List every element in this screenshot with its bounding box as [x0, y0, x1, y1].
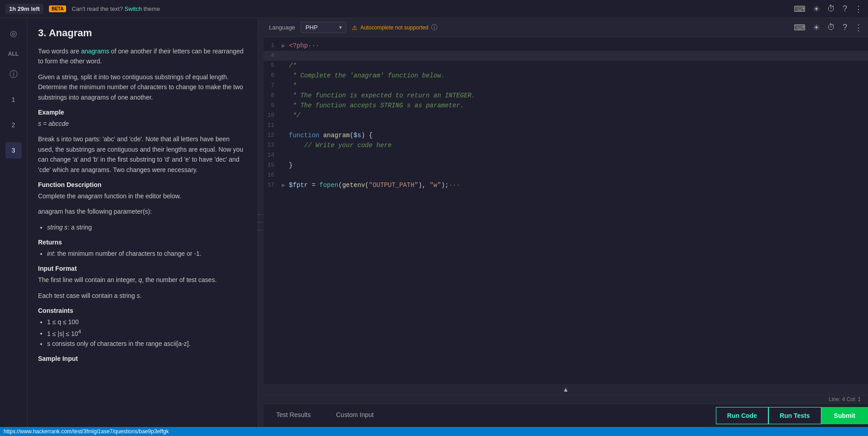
- sidebar-item-1[interactable]: 1: [5, 91, 22, 108]
- line-number-11: 11: [264, 120, 282, 130]
- input-format-2: Each test case will contain a string s.: [38, 291, 247, 301]
- code-line-11: 11: [264, 120, 868, 130]
- code-line-15: 15 }: [264, 160, 868, 170]
- more-menu-icon[interactable]: ⋮: [854, 23, 863, 33]
- language-select-wrapper[interactable]: PHP Python Java C++ JavaScript: [301, 22, 346, 33]
- run-tests-button[interactable]: Run Tests: [768, 407, 821, 424]
- code-line-4: 4: [264, 51, 868, 61]
- constraint-2: 1 ≤ |s| ≤ 104: [47, 327, 247, 339]
- scroll-up-bar: ▲: [264, 384, 868, 395]
- beta-badge: BETA: [49, 5, 66, 12]
- constraint-3: s consists only of characters in the ran…: [47, 339, 247, 349]
- sidebar-info-icon[interactable]: ⓘ: [5, 66, 22, 82]
- line-content-8: * The function is expected to return an …: [289, 91, 868, 101]
- problem-description: Two words are anagrams of one another if…: [38, 46, 247, 67]
- sidebar-all-label[interactable]: ALL: [8, 51, 19, 57]
- code-line-14: 14: [264, 150, 868, 160]
- autocomplete-text: Autocomplete not supported: [360, 24, 428, 31]
- code-toolbar: Language PHP Python Java C++ JavaScript …: [264, 18, 868, 37]
- line-content-6: * Complete the 'anagram' function below.: [289, 71, 868, 81]
- clock-icon[interactable]: ⏱: [827, 23, 835, 32]
- left-sidebar: ◎ ALL ⓘ 1 2 3: [0, 18, 27, 427]
- func-desc-text: Complete the anagram function in the edi…: [38, 191, 247, 201]
- top-bar: 1h 29m left BETA Can't read the text? Sw…: [0, 0, 868, 18]
- example-text: Break s into two parts: 'abc' and 'cde'.…: [38, 134, 247, 175]
- cant-read-text: Can't read the text? Switch theme: [72, 5, 160, 12]
- input-format-heading: Input Format: [38, 265, 247, 272]
- anagrams-link[interactable]: anagrams: [81, 48, 109, 55]
- param-item: string s: a string: [47, 222, 247, 232]
- func-name-italic: anagram: [77, 192, 102, 200]
- line-number-17: 17: [264, 180, 282, 190]
- line-arrow-17[interactable]: ▶: [282, 180, 289, 190]
- tab-custom-input[interactable]: Custom Input: [323, 404, 386, 427]
- code-line-5: 5 /*: [264, 61, 868, 71]
- line-number-15: 15: [264, 160, 282, 170]
- autocomplete-warning: ⚠ Autocomplete not supported ⓘ: [352, 24, 437, 32]
- code-line-6: 6 * Complete the 'anagram' function belo…: [264, 71, 868, 81]
- warning-icon: ⚠: [352, 24, 358, 31]
- tab-test-results-label: Test Results: [276, 411, 311, 418]
- run-code-button[interactable]: Run Code: [716, 407, 768, 424]
- line-number-10: 10: [264, 110, 282, 120]
- menu-icon[interactable]: ⋮: [854, 4, 863, 14]
- code-panel: Language PHP Python Java C++ JavaScript …: [264, 18, 868, 427]
- sample-input-heading: Sample Input: [38, 355, 247, 362]
- action-buttons: Run Code Run Tests Submit: [716, 407, 868, 424]
- sidebar-item-2[interactable]: 2: [5, 117, 22, 133]
- line-content-10: */: [289, 110, 868, 120]
- language-label: Language: [269, 24, 295, 31]
- keyboard-icon[interactable]: ⌨: [794, 4, 806, 14]
- tab-bar: Test Results Custom Input Run Code Run T…: [264, 403, 868, 427]
- example-eq: s = abccde: [38, 119, 247, 129]
- constraint-1: 1 ≤ q ≤ 100: [47, 317, 247, 327]
- line-number-9: 9: [264, 101, 282, 110]
- brightness-icon[interactable]: ☀: [813, 4, 820, 14]
- submit-button[interactable]: Submit: [821, 407, 868, 424]
- line-content-5: /*: [289, 61, 868, 71]
- scroll-up-button[interactable]: ▲: [563, 386, 569, 393]
- returns-heading: Returns: [38, 239, 247, 246]
- panel-divider[interactable]: ⋮⋮⋮: [258, 18, 264, 427]
- theme-label: theme: [144, 5, 160, 12]
- line-content-12: function anagram($s) {: [289, 130, 868, 140]
- top-bar-right: ⌨ ☀ ⏱ ? ⋮: [794, 4, 863, 14]
- bottom-editor-area: ▲ Line: 4 Col: 1: [264, 384, 868, 403]
- params-list: string s: a string: [47, 222, 247, 232]
- tab-test-results[interactable]: Test Results: [264, 404, 323, 427]
- sidebar-nav-icon[interactable]: ◎: [5, 25, 22, 42]
- switch-theme-link[interactable]: Switch: [125, 5, 142, 12]
- example-heading: Example: [38, 109, 247, 116]
- line-number-12: 12: [264, 130, 282, 140]
- code-line-17: 17 ▶ $fptr = fopen(getenv("OUTPUT_PATH")…: [264, 180, 868, 190]
- url-text: https://www.hackerrank.com/test/3fmlgi1a…: [4, 428, 169, 435]
- code-line-13: 13 // Write your code here: [264, 140, 868, 150]
- code-line-8: 8 * The function is expected to return a…: [264, 91, 868, 101]
- theme-toggle-icon[interactable]: ☀: [813, 23, 820, 33]
- line-number-16: 16: [264, 170, 282, 180]
- returns-list: int: the minimum number of characters to…: [47, 249, 247, 259]
- code-line-10: 10 */: [264, 110, 868, 120]
- help-icon[interactable]: ?: [843, 4, 847, 14]
- url-bar: https://www.hackerrank.com/test/3fmlgi1a…: [0, 427, 868, 436]
- tab-custom-input-label: Custom Input: [336, 411, 374, 418]
- code-editor-area[interactable]: 1 ▶ <?php··· 4 5 /* 6 * Complete the ': [264, 37, 868, 384]
- line-content-13: // Write your code here: [289, 140, 868, 150]
- line-number-7: 7: [264, 81, 282, 91]
- status-bar: Line: 4 Col: 1: [264, 395, 868, 403]
- language-select[interactable]: PHP Python Java C++ JavaScript: [301, 22, 346, 33]
- line-number-6: 6: [264, 71, 282, 81]
- main-layout: ◎ ALL ⓘ 1 2 3 3. Anagram Two words are a…: [0, 18, 868, 427]
- constraints-heading: Constraints: [38, 307, 247, 314]
- code-line-1: 1 ▶ <?php···: [264, 41, 868, 51]
- history-icon[interactable]: ⏱: [827, 4, 835, 14]
- problem-title: 3. Anagram: [38, 27, 247, 39]
- settings-icon[interactable]: ⌨: [794, 23, 806, 33]
- problem-given: Given a string, split it into two contig…: [38, 72, 247, 102]
- code-line-9: 9 * The function accepts STRING s as par…: [264, 101, 868, 110]
- sidebar-item-3[interactable]: 3: [5, 142, 22, 158]
- help-icon-editor[interactable]: ?: [843, 23, 847, 32]
- problem-panel: 3. Anagram Two words are anagrams of one…: [27, 18, 258, 427]
- line-arrow-1[interactable]: ▶: [282, 41, 289, 51]
- autocomplete-info-icon[interactable]: ⓘ: [431, 24, 437, 32]
